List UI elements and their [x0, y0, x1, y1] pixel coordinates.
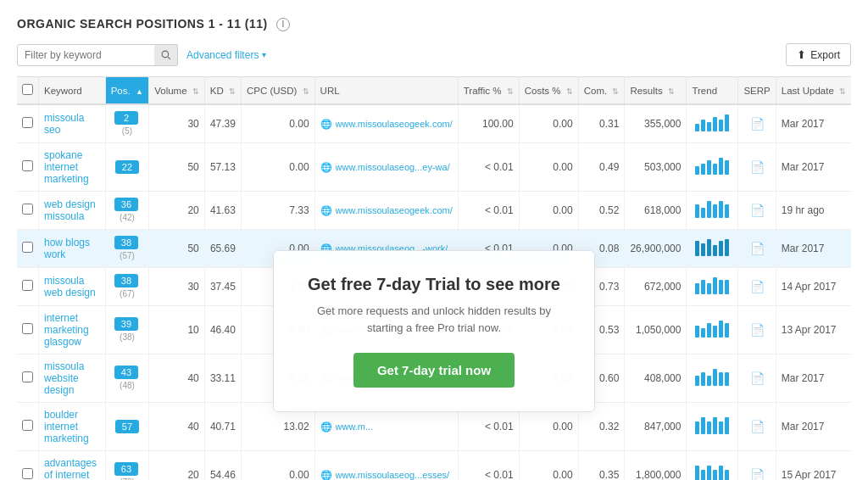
- svg-rect-40: [707, 376, 711, 386]
- url-link[interactable]: www.missoulaseog...esses/: [336, 470, 450, 480]
- keyword-link[interactable]: missoula website design: [44, 360, 84, 396]
- results-cell: 672,000: [625, 268, 687, 306]
- col-kd[interactable]: KD ⇅: [204, 77, 241, 105]
- serp-icon[interactable]: 📄: [750, 420, 765, 433]
- row-checkbox[interactable]: [22, 323, 33, 334]
- pos-prev: (38): [120, 332, 135, 342]
- sort-icon: ⇅: [192, 87, 199, 96]
- svg-rect-49: [725, 417, 729, 434]
- sort-icon: ▲: [136, 87, 143, 96]
- overlay-description: Get more requests and unlock hidden resu…: [301, 303, 567, 336]
- col-keyword[interactable]: Keyword: [39, 77, 106, 105]
- pos-prev: (42): [120, 213, 135, 222]
- kd-cell: 46.40: [204, 306, 241, 354]
- volume-cell: 20: [149, 192, 205, 230]
- svg-rect-35: [713, 326, 717, 338]
- serp-icon[interactable]: 📄: [750, 280, 765, 293]
- row-checkbox-cell: [17, 143, 39, 192]
- filter-search-button[interactable]: [154, 44, 178, 66]
- svg-rect-42: [719, 372, 723, 386]
- col-trend[interactable]: Trend: [687, 77, 738, 105]
- select-all-header[interactable]: [17, 77, 39, 105]
- results-cell: 618,000: [625, 192, 687, 230]
- trend-cell: [687, 451, 738, 480]
- serp-icon[interactable]: 📄: [750, 242, 765, 255]
- kd-cell: 41.63: [204, 192, 241, 230]
- col-last-update[interactable]: Last Update ⇅: [776, 77, 851, 105]
- svg-rect-4: [707, 122, 711, 131]
- row-checkbox[interactable]: [22, 160, 33, 171]
- url-link[interactable]: www.m...: [336, 421, 374, 432]
- export-icon: ⬆: [797, 48, 806, 61]
- keyword-link[interactable]: missoula web design: [44, 275, 96, 299]
- trial-cta-button[interactable]: Get 7-day trial now: [353, 353, 515, 388]
- keyword-link[interactable]: missoula seo: [44, 112, 84, 136]
- col-results[interactable]: Results ⇅: [625, 77, 687, 105]
- col-volume[interactable]: Volume ⇅: [149, 77, 205, 105]
- sort-icon: ⇅: [566, 87, 573, 96]
- pos-badge: 22: [115, 160, 139, 174]
- svg-rect-43: [725, 372, 729, 386]
- col-pos[interactable]: Pos. ▲: [105, 77, 149, 105]
- row-checkbox[interactable]: [22, 280, 33, 291]
- svg-rect-7: [725, 114, 729, 131]
- col-serp[interactable]: SERP: [738, 77, 776, 105]
- row-checkbox[interactable]: [22, 371, 33, 382]
- svg-rect-52: [707, 466, 711, 480]
- last-update-cell: Mar 2017: [776, 403, 851, 451]
- serp-icon[interactable]: 📄: [750, 204, 765, 217]
- svg-rect-31: [725, 280, 729, 294]
- advanced-filters-link[interactable]: Advanced filters ▾: [186, 49, 266, 61]
- keyword-link[interactable]: web design missoula: [44, 198, 96, 222]
- svg-line-1: [167, 57, 170, 59]
- url-link[interactable]: www.missoulaseogeek.com/: [336, 119, 453, 129]
- keyword-link[interactable]: advantages of internet marketing: [44, 457, 97, 480]
- keyword-link[interactable]: boulder internet marketing: [44, 409, 89, 444]
- select-all-checkbox[interactable]: [22, 84, 33, 95]
- export-button[interactable]: ⬆ Export: [786, 43, 851, 66]
- row-checkbox[interactable]: [22, 117, 33, 128]
- col-traffic[interactable]: Traffic % ⇅: [458, 77, 519, 105]
- col-com[interactable]: Com. ⇅: [578, 77, 625, 105]
- kd-cell: 47.39: [204, 104, 241, 143]
- table-row: missoula seo2 (5)3047.390.00🌐www.missoul…: [17, 104, 851, 143]
- page-title: ORGANIC SEARCH POSITIONS 1 - 11 (11) i: [17, 17, 851, 31]
- url-link[interactable]: www.missoulaseog...ey-wa/: [336, 162, 450, 172]
- svg-rect-5: [713, 117, 717, 131]
- url-link[interactable]: www.missoulaseogeek.com/: [336, 205, 453, 215]
- serp-icon[interactable]: 📄: [750, 371, 765, 385]
- search-icon: [161, 50, 171, 60]
- col-costs[interactable]: Costs % ⇅: [519, 77, 578, 105]
- serp-icon[interactable]: 📄: [750, 160, 765, 174]
- svg-rect-54: [719, 466, 723, 480]
- trend-sparkline: [692, 464, 732, 480]
- row-checkbox[interactable]: [22, 420, 33, 431]
- results-cell: 26,900,000: [625, 230, 687, 268]
- keyword-cell: internet marketing glasgow: [39, 306, 106, 354]
- row-checkbox[interactable]: [22, 468, 33, 479]
- filter-wrap: [17, 44, 178, 66]
- serp-icon[interactable]: 📄: [750, 468, 765, 480]
- kd-cell: 33.11: [204, 354, 241, 403]
- col-url[interactable]: URL: [314, 77, 458, 105]
- col-cpc[interactable]: CPC (USD) ⇅: [241, 77, 314, 105]
- pos-badge: 63: [114, 462, 138, 476]
- volume-cell: 20: [149, 451, 205, 480]
- row-checkbox[interactable]: [22, 204, 33, 215]
- svg-rect-3: [701, 120, 705, 131]
- keyword-link[interactable]: spokane internet marketing: [44, 149, 89, 185]
- row-checkbox[interactable]: [22, 242, 33, 253]
- info-icon[interactable]: i: [276, 18, 290, 31]
- keyword-cell: boulder internet marketing: [39, 403, 106, 451]
- svg-rect-46: [707, 421, 711, 434]
- svg-rect-20: [695, 241, 699, 256]
- url-globe-icon: 🌐: [320, 119, 332, 130]
- svg-rect-19: [725, 204, 729, 218]
- svg-rect-45: [701, 417, 705, 434]
- svg-rect-21: [701, 243, 705, 256]
- serp-icon[interactable]: 📄: [750, 323, 765, 337]
- last-update-cell: 15 Apr 2017: [776, 451, 851, 480]
- keyword-link[interactable]: how blogs work: [44, 237, 90, 260]
- keyword-link[interactable]: internet marketing glasgow: [44, 312, 89, 348]
- serp-icon[interactable]: 📄: [750, 117, 765, 131]
